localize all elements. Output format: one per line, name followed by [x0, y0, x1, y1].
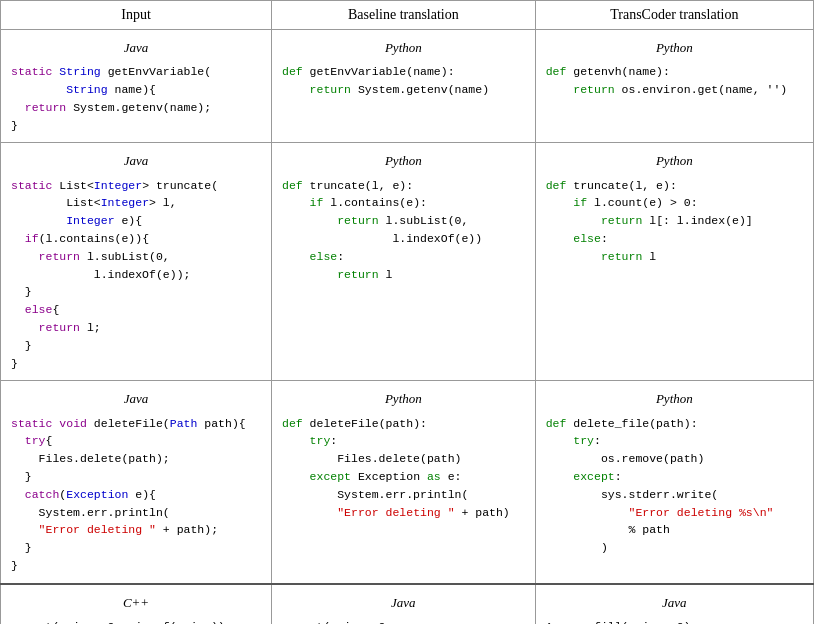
cell-s1r3c1: Java static void deleteFile(Path path){ … — [1, 381, 272, 584]
lang-label: Python — [546, 38, 803, 58]
lang-label: Python — [282, 389, 525, 409]
cell-s1r2c2: Python def truncate(l, e): if l.contains… — [272, 143, 536, 381]
cell-s1r2c3: Python def truncate(l, e): if l.count(e)… — [535, 143, 813, 381]
code-block: static List<Integer> truncate( List<Inte… — [11, 177, 261, 373]
comparison-table: Input Baseline translation TransCoder tr… — [0, 0, 814, 624]
cell-s1r1c1: Java static String getEnvVariable( Strin… — [1, 30, 272, 143]
cell-s2r1c3: Java Arrays.fill(prime, 0); — [535, 584, 813, 624]
lang-label: Python — [546, 151, 803, 171]
cell-s1r3c3: Python def delete_file(path): try: os.re… — [535, 381, 813, 584]
lang-label: Java — [546, 593, 803, 613]
code-block: def truncate(l, e): if l.contains(e): re… — [282, 177, 525, 284]
cell-s2r1c2: Java memset(prime, 0, (Integer.SIZE/Byte… — [272, 584, 536, 624]
col-header-input: Input — [1, 1, 272, 30]
code-block: def truncate(l, e): if l.count(e) > 0: r… — [546, 177, 803, 266]
cell-s1r2c1: Java static List<Integer> truncate( List… — [1, 143, 272, 381]
lang-label: Python — [282, 151, 525, 171]
cell-s1r1c2: Python def getEnvVariable(name): return … — [272, 30, 536, 143]
cell-s1r3c2: Python def deleteFile(path): try: Files.… — [272, 381, 536, 584]
lang-label: Java — [11, 151, 261, 171]
code-block: memset(prime, 0, sizeof(prime)); — [11, 618, 261, 624]
code-block: static void deleteFile(Path path){ try{ … — [11, 415, 261, 575]
code-block: def getEnvVariable(name): return System.… — [282, 63, 525, 99]
cell-s2r1c1: C++ memset(prime, 0, sizeof(prime)); — [1, 584, 272, 624]
code-block: def getenvh(name): return os.environ.get… — [546, 63, 803, 99]
lang-label: Java — [11, 389, 261, 409]
lang-label: C++ — [11, 593, 261, 613]
code-block: static String getEnvVariable( String nam… — [11, 63, 261, 134]
col-header-baseline: Baseline translation — [272, 1, 536, 30]
lang-label: Java — [11, 38, 261, 58]
code-block: def deleteFile(path): try: Files.delete(… — [282, 415, 525, 522]
lang-label: Java — [282, 593, 525, 613]
table-row: Java static List<Integer> truncate( List… — [1, 143, 814, 381]
col-header-transcoder: TransCoder translation — [535, 1, 813, 30]
lang-label: Python — [546, 389, 803, 409]
code-block: Arrays.fill(prime, 0); — [546, 618, 803, 624]
code-block: def delete_file(path): try: os.remove(pa… — [546, 415, 803, 558]
code-block: memset(prime, 0, (Integer.SIZE/Byte.SIZE… — [282, 618, 525, 624]
cell-s1r1c3: Python def getenvh(name): return os.envi… — [535, 30, 813, 143]
table-row: Java static String getEnvVariable( Strin… — [1, 30, 814, 143]
table-row-section2-r1: C++ memset(prime, 0, sizeof(prime)); Jav… — [1, 584, 814, 624]
table-row: Java static void deleteFile(Path path){ … — [1, 381, 814, 584]
lang-label: Python — [282, 38, 525, 58]
